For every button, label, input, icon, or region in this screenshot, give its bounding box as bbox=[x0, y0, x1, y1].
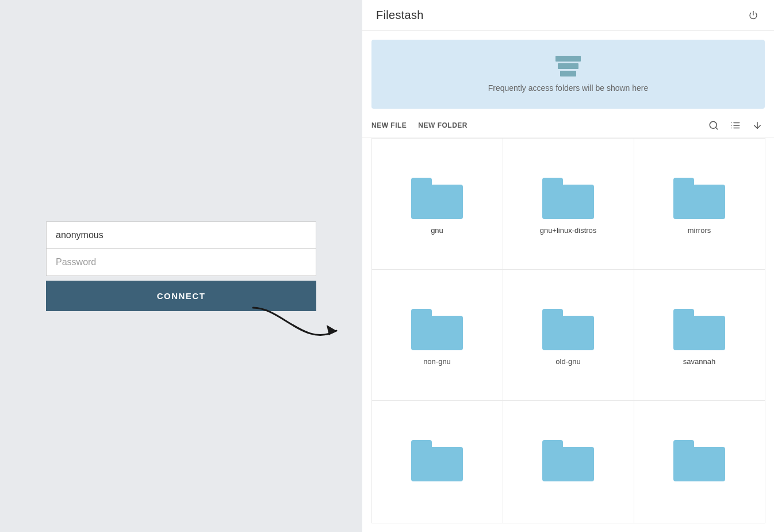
folder-mirrors[interactable]: mirrors bbox=[634, 138, 765, 270]
folder-icon bbox=[411, 178, 463, 219]
power-button[interactable] bbox=[746, 8, 760, 22]
folder-label: gnu+linux-distros bbox=[540, 226, 597, 235]
toolbar-icons bbox=[706, 118, 765, 133]
new-file-button[interactable]: NEW FILE bbox=[371, 119, 407, 132]
folder-icon bbox=[411, 440, 463, 481]
svg-line-3 bbox=[715, 127, 717, 129]
folder-icon bbox=[673, 309, 725, 350]
folder-icon bbox=[411, 309, 463, 350]
svg-marker-0 bbox=[327, 325, 336, 335]
login-form: CONNECT bbox=[46, 221, 316, 311]
folder-icon bbox=[673, 440, 725, 481]
folder-7[interactable] bbox=[371, 400, 503, 523]
recent-banner: Frequently access folders will be shown … bbox=[371, 40, 765, 109]
username-input[interactable] bbox=[46, 221, 316, 248]
list-view-button[interactable] bbox=[728, 118, 743, 133]
folder-9[interactable] bbox=[634, 400, 765, 523]
stack-layer-top bbox=[555, 56, 581, 62]
folder-gnu[interactable]: gnu bbox=[371, 138, 503, 270]
folder-label: old-gnu bbox=[555, 357, 580, 366]
connect-button[interactable]: CONNECT bbox=[46, 281, 316, 311]
folder-label: mirrors bbox=[688, 226, 711, 235]
stack-layer-bot bbox=[560, 71, 576, 76]
folder-label: gnu bbox=[431, 226, 443, 235]
folder-non-gnu[interactable]: non-gnu bbox=[371, 269, 503, 401]
stack-layer-mid bbox=[558, 63, 578, 69]
folder-label: non-gnu bbox=[423, 357, 451, 366]
toolbar: NEW FILE NEW FOLDER bbox=[362, 113, 774, 138]
header: Filestash bbox=[362, 0, 774, 30]
file-grid: gnu gnu+linux-distros mirrors non-gnu bbox=[362, 138, 774, 532]
stack-icon bbox=[555, 56, 581, 76]
right-panel: Filestash Frequently access folders will… bbox=[362, 0, 774, 532]
folder-gnu-linux-distros[interactable]: gnu+linux-distros bbox=[503, 138, 634, 270]
folder-savannah[interactable]: savannah bbox=[634, 269, 765, 401]
new-folder-button[interactable]: NEW FOLDER bbox=[418, 119, 468, 132]
search-button[interactable] bbox=[706, 118, 721, 133]
folder-icon bbox=[542, 440, 594, 481]
app-title: Filestash bbox=[376, 9, 424, 22]
password-input[interactable] bbox=[46, 248, 316, 276]
folder-icon bbox=[542, 178, 594, 219]
folder-icon bbox=[542, 309, 594, 350]
sort-button[interactable] bbox=[750, 118, 765, 133]
left-panel: CONNECT bbox=[0, 0, 362, 532]
folder-icon bbox=[673, 178, 725, 219]
folder-label: savannah bbox=[683, 357, 715, 366]
folder-old-gnu[interactable]: old-gnu bbox=[503, 269, 634, 401]
folder-8[interactable] bbox=[503, 400, 634, 523]
recent-banner-text: Frequently access folders will be shown … bbox=[488, 83, 649, 93]
